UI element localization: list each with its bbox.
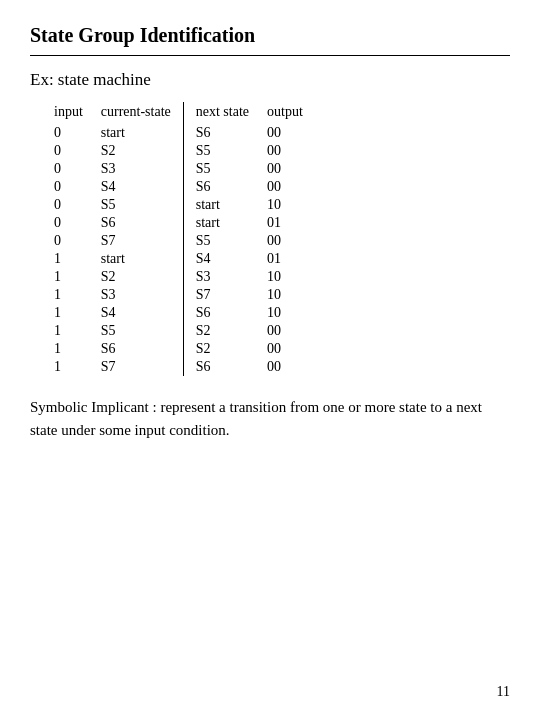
page-number: 11 <box>30 676 510 700</box>
description-text: Symbolic Implicant : represent a transit… <box>30 396 510 676</box>
table-row: 0S6start01 <box>50 214 317 232</box>
table-row: 0S3S500 <box>50 160 317 178</box>
table-row: 1S3S710 <box>50 286 317 304</box>
table-row: 0S7S500 <box>50 232 317 250</box>
col-header-input: input <box>50 102 97 124</box>
table-row: 1startS401 <box>50 250 317 268</box>
subtitle: Ex: state machine <box>30 70 510 90</box>
table-row: 1S6S200 <box>50 340 317 358</box>
page: State Group Identification Ex: state mac… <box>0 0 540 720</box>
table-row: 0S4S600 <box>50 178 317 196</box>
table-row: 1S7S600 <box>50 358 317 376</box>
table-row: 0S2S500 <box>50 142 317 160</box>
table-row: 1S2S310 <box>50 268 317 286</box>
col-header-output: output <box>263 102 317 124</box>
col-header-current-state: current-state <box>97 102 183 124</box>
table-row: 1S4S610 <box>50 304 317 322</box>
divider <box>30 55 510 56</box>
table-row: 0startS600 <box>50 124 317 142</box>
table-row: 0S5start10 <box>50 196 317 214</box>
table-header-row: input current-state next state output <box>50 102 317 124</box>
col-header-next-state: next state <box>183 102 263 124</box>
state-machine-table-container: input current-state next state output 0s… <box>30 102 510 376</box>
page-title: State Group Identification <box>30 24 510 47</box>
state-machine-table: input current-state next state output 0s… <box>50 102 317 376</box>
table-row: 1S5S200 <box>50 322 317 340</box>
